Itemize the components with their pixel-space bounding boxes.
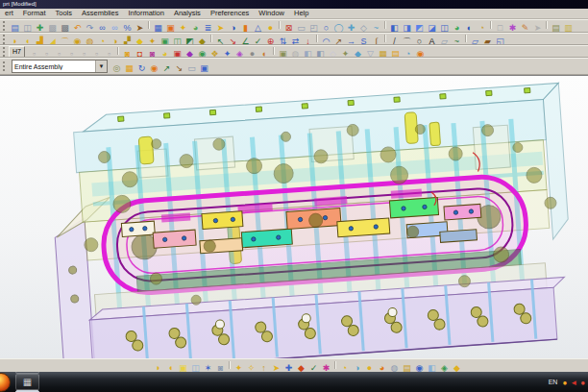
- menu-item-preferences[interactable]: Preferences: [206, 9, 254, 18]
- drop-icon[interactable]: ↓: [302, 35, 314, 46]
- menu-item-tools[interactable]: Tools: [51, 9, 78, 18]
- refresh-icon[interactable]: ↻: [135, 61, 148, 73]
- library-icon[interactable]: ▦: [377, 47, 389, 59]
- save-icon[interactable]: ▤: [9, 21, 21, 33]
- tool-violet-icon[interactable]: ✱: [506, 21, 519, 33]
- pocket-icon[interactable]: ◍: [84, 35, 96, 46]
- menu-item-ert[interactable]: ert: [0, 9, 18, 18]
- undo-icon[interactable]: ↶: [71, 21, 84, 33]
- view-trimetric-icon[interactable]: ◫: [438, 21, 451, 33]
- mw-slide-icon[interactable]: ◍: [388, 361, 401, 373]
- window-select-icon[interactable]: ▭: [185, 61, 198, 73]
- menu-item-window[interactable]: Window: [254, 9, 289, 18]
- parting-icon[interactable]: ◈: [233, 47, 246, 59]
- pad-icon[interactable]: ◔: [96, 35, 109, 46]
- pan-icon[interactable]: ✚: [345, 21, 357, 33]
- grid-sheet-icon[interactable]: ▦: [152, 21, 164, 33]
- close-window-icon[interactable]: ⊠: [282, 21, 295, 33]
- groove-icon[interactable]: ◑: [109, 35, 121, 46]
- mw-standard-icon[interactable]: ▤: [401, 361, 413, 373]
- clipboard-alt-icon[interactable]: ▥: [562, 21, 575, 33]
- shrinkage-icon[interactable]: ◐: [258, 47, 271, 59]
- mw-core-icon[interactable]: ◑: [351, 361, 363, 373]
- mw-workpiece-icon[interactable]: ➤: [270, 361, 282, 373]
- snap-mid-icon[interactable]: ▫: [40, 47, 53, 59]
- open-icon[interactable]: ◫: [21, 21, 34, 33]
- arrow-gold-icon[interactable]: ➤: [214, 21, 227, 33]
- menu-item-format[interactable]: Format: [18, 9, 51, 18]
- check-mold-icon[interactable]: ◆: [352, 47, 364, 59]
- taskbar-app-app-gray[interactable]: ▦: [15, 374, 39, 390]
- fit-view-icon[interactable]: ◇: [357, 21, 370, 33]
- tray-red-icon[interactable]: ◄: [570, 379, 577, 387]
- start-button[interactable]: [0, 373, 11, 392]
- shaded-view-icon[interactable]: ◕: [451, 21, 463, 33]
- add-icon[interactable]: ✚: [34, 21, 46, 33]
- mold-base-icon[interactable]: ◕: [159, 47, 171, 59]
- snap-percent-icon[interactable]: %: [121, 21, 134, 33]
- tray-edge-icon[interactable]: ●: [580, 379, 585, 387]
- toolbar-grip[interactable]: [3, 47, 7, 57]
- edit-icon[interactable]: ✎: [519, 21, 531, 33]
- snap-intersect-icon[interactable]: ▫: [65, 47, 78, 59]
- mw-extrude-icon[interactable]: ◗: [152, 361, 164, 373]
- swoosh-icon[interactable]: ~: [370, 21, 382, 33]
- mw-note-icon[interactable]: ▣: [177, 361, 189, 373]
- block-icon[interactable]: ▟: [34, 35, 46, 46]
- mw-cooling-icon[interactable]: ◉: [413, 361, 426, 373]
- paste-icon[interactable]: ▩: [59, 21, 71, 33]
- snap-end-icon[interactable]: ▫: [28, 47, 40, 59]
- down-icon[interactable]: ↘: [173, 61, 185, 73]
- bridge-icon[interactable]: ◠: [320, 35, 332, 46]
- view-top-icon[interactable]: ◩: [413, 21, 426, 33]
- thread-icon[interactable]: ✦: [146, 35, 159, 46]
- plane-icon[interactable]: ▱: [469, 35, 481, 46]
- mw-layout-icon[interactable]: ✚: [282, 361, 295, 373]
- bar-orange-icon[interactable]: ▮: [239, 21, 252, 33]
- sweep-icon[interactable]: ◖: [21, 35, 34, 46]
- raise-icon[interactable]: ↗: [332, 35, 345, 46]
- mw-pocket-icon[interactable]: ◆: [295, 361, 307, 373]
- spline-s-icon[interactable]: S: [357, 35, 370, 46]
- spark-icon[interactable]: ✦: [177, 21, 189, 33]
- ejector-icon[interactable]: ▣: [171, 47, 184, 59]
- constraint-icon[interactable]: ⊕: [264, 35, 277, 46]
- h7-button[interactable]: H7: [9, 46, 25, 58]
- rib-icon[interactable]: ▞: [121, 35, 134, 46]
- redo-icon[interactable]: ↷: [84, 21, 96, 33]
- hole-icon[interactable]: ◆: [134, 35, 146, 46]
- sketch-line-icon[interactable]: /: [388, 35, 401, 46]
- boss-icon[interactable]: ◉: [71, 35, 84, 46]
- shaded-ball-icon[interactable]: ◕: [189, 21, 202, 33]
- bom-icon[interactable]: ◧: [302, 47, 314, 59]
- sphere-blue-icon[interactable]: ◑: [227, 21, 239, 33]
- filter-icon[interactable]: ◎: [110, 61, 123, 73]
- snap-center-icon[interactable]: ▫: [53, 47, 65, 59]
- box-select-icon[interactable]: ▣: [198, 61, 210, 73]
- drawing-icon[interactable]: ◧: [314, 47, 327, 59]
- mw-check-icon[interactable]: ✓: [307, 361, 320, 373]
- mw-gray-icon[interactable]: ◙: [214, 361, 227, 373]
- workpiece-icon[interactable]: ●: [246, 47, 258, 59]
- view-manager-icon[interactable]: ◇: [327, 47, 339, 59]
- clipboard-icon[interactable]: ▤: [550, 21, 562, 33]
- pocket-tool-icon[interactable]: ▣: [277, 47, 289, 59]
- view-iso-icon[interactable]: ◪: [426, 21, 438, 33]
- circle-gold-icon[interactable]: ●: [264, 21, 277, 33]
- menu-item-help[interactable]: Help: [289, 9, 313, 18]
- menu-item-assemblies[interactable]: Assemblies: [77, 9, 123, 18]
- orbit-icon[interactable]: ◯: [332, 21, 345, 33]
- toolbar-grip[interactable]: [3, 35, 7, 44]
- viewport-canvas[interactable]: [0, 76, 588, 358]
- menu-item-information[interactable]: Information: [123, 9, 169, 18]
- wave-link-icon[interactable]: ↖: [214, 35, 227, 46]
- sketch-spline-icon[interactable]: ~: [451, 35, 463, 46]
- runner-icon[interactable]: ✦: [221, 47, 233, 59]
- view-side-icon[interactable]: ◨: [401, 21, 413, 33]
- standard-parts-icon[interactable]: ▤: [389, 47, 402, 59]
- view-front-icon[interactable]: ◧: [388, 21, 401, 33]
- selection-scope-combo[interactable]: Entire Assembly ▼: [12, 60, 108, 73]
- sketch-text-icon[interactable]: A: [426, 35, 438, 46]
- revolve-icon[interactable]: ◗: [9, 35, 21, 46]
- slider-icon[interactable]: ◆: [184, 47, 196, 59]
